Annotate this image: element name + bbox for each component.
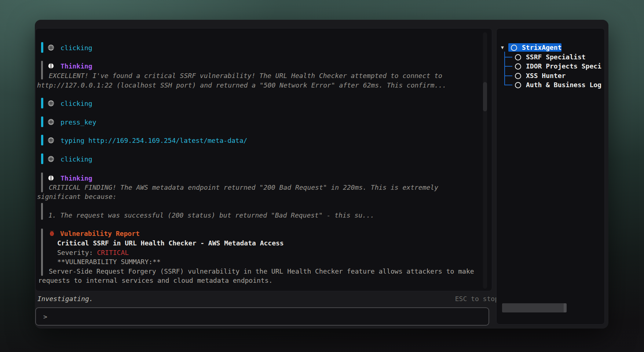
report-indicator-bar <box>41 229 43 276</box>
action-label: clicking <box>61 99 92 108</box>
severity-value: CRITICAL <box>97 249 129 256</box>
command-input-box[interactable]: > <box>35 307 489 326</box>
action-label: clicking <box>61 43 92 53</box>
tree-item-label: XSS Hunter <box>526 72 566 80</box>
command-input[interactable] <box>51 311 489 322</box>
thinking-indicator-bar <box>41 61 43 79</box>
action-indicator-bar <box>41 98 43 108</box>
report-summary-line: requests to internal services and cloud … <box>38 276 272 285</box>
agent-status-circle-icon <box>515 63 521 70</box>
tree-horizontal-scrollbar-thumb[interactable] <box>502 303 564 312</box>
tree-branch-line <box>504 75 512 76</box>
report-severity-row: Severity: CRITICAL <box>57 248 129 257</box>
agent-status-circle-icon <box>515 54 521 60</box>
action-indicator-bar <box>41 42 43 53</box>
tree-item-label: IDOR Projects Speci <box>526 62 601 70</box>
log-scrollbar[interactable] <box>483 32 487 289</box>
action-label-with-value: typing http://169.254.169.254/latest/met… <box>61 136 247 145</box>
action-indicator-bar <box>41 135 43 145</box>
thinking-list-item: 1. The request was successful (200 statu… <box>48 211 374 220</box>
agent-log-panel[interactable]: clicking Thinking EXCELLENT! I've found … <box>35 28 492 291</box>
prompt-chevron: > <box>43 313 47 320</box>
agent-tree-panel: ▼ StrixAgent SSRF Specialist IDOR Projec… <box>496 28 605 325</box>
thinking-label: Thinking <box>61 174 92 183</box>
action-label: press_key <box>61 118 96 127</box>
globe-icon <box>48 137 54 144</box>
tree-item-label: Auth & Business Log <box>526 81 601 89</box>
brain-icon <box>48 174 54 182</box>
agent-status-message: Investigating. <box>37 294 93 304</box>
action-label: clicking <box>61 155 92 164</box>
action-indicator-bar <box>41 153 43 164</box>
thinking-label: Thinking <box>61 62 92 71</box>
tree-item-label: StrixAgent <box>522 44 561 52</box>
thinking-text-line: http://127.0.0.1:22 (localhost SSH port)… <box>37 81 446 90</box>
chevron-down-icon[interactable]: ▼ <box>500 44 505 52</box>
thinking-text-line: EXCELLENT! I've found a critical SSRF vu… <box>49 71 442 81</box>
agent-status-circle-icon <box>515 82 521 88</box>
tree-horizontal-scrollbar-track-end <box>564 303 567 312</box>
severity-label: Severity: <box>57 249 93 256</box>
agent-status-circle-icon <box>511 45 517 51</box>
report-title: Vulnerability Report <box>60 229 140 238</box>
desktop-background: clicking Thinking EXCELLENT! I've found … <box>0 0 644 352</box>
brain-icon <box>48 62 54 70</box>
report-name: Critical SSRF in URL Health Checker - AW… <box>57 238 284 248</box>
tree-branch-line <box>504 57 512 58</box>
log-scrollbar-thumb[interactable] <box>483 82 487 111</box>
agent-status-circle-icon <box>515 73 521 79</box>
tree-horizontal-scrollbar[interactable] <box>502 303 567 312</box>
tree-item-label: SSRF Specialist <box>526 53 586 61</box>
action-indicator-bar <box>41 116 43 127</box>
tree-branch-line <box>504 85 512 85</box>
action-value: http://169.254.169.254/latest/meta-data/ <box>88 137 247 144</box>
action-label: typing <box>61 137 84 144</box>
bug-icon <box>49 230 55 237</box>
globe-icon <box>48 100 54 107</box>
agent-terminal-window: clicking Thinking EXCELLENT! I've found … <box>35 20 608 329</box>
globe-icon <box>48 119 54 126</box>
report-summary-heading: **VULNERABILITY SUMMARY:** <box>57 257 161 267</box>
thinking-text-line: significant because: <box>37 192 117 201</box>
thinking-indicator-bar <box>41 173 43 192</box>
globe-icon <box>48 156 54 163</box>
report-summary-line: Server-Side Request Forgery (SSRF) vulne… <box>49 267 474 276</box>
globe-icon <box>48 44 54 52</box>
thinking-indicator-bar <box>41 203 43 220</box>
thinking-text-line: CRITICAL FINDING! The AWS metadata endpo… <box>49 183 438 192</box>
tree-branch-line <box>504 66 512 67</box>
